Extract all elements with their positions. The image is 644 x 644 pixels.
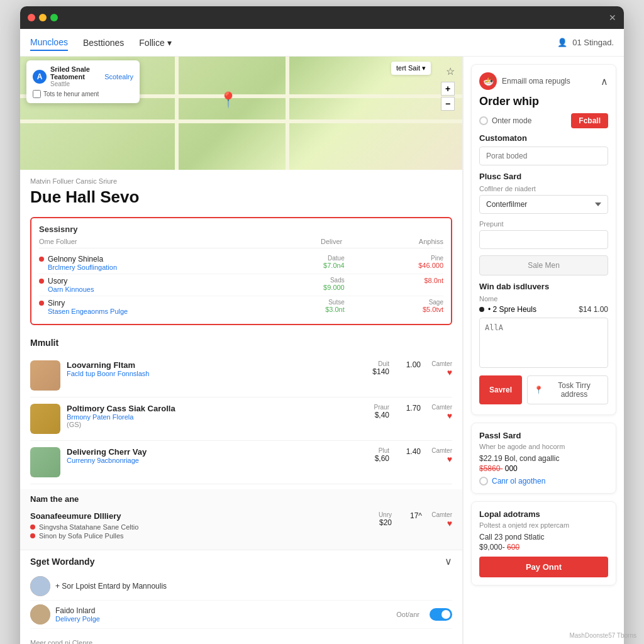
prepunt-input[interactable]: [479, 230, 608, 249]
order-mode-label: Onter mode: [492, 116, 531, 125]
order-radio: Onter mode: [479, 116, 531, 125]
menu-item-info: Delivering Cherr Vay Currenny 9acbnonria…: [67, 447, 352, 464]
radio-input[interactable]: [479, 477, 488, 486]
sget-header: Sget Wordandy ∨: [30, 555, 452, 567]
delivery-service-info: Soanafeeumure Dllliery Singvsha Statahan…: [30, 511, 360, 541]
prepunt-label: Prepunt: [479, 220, 608, 228]
plusc-sard-label: Plusc Sard: [479, 172, 608, 181]
cart-label: Camter: [427, 447, 452, 454]
close-dot[interactable]: [28, 14, 35, 21]
heart-icon[interactable]: ♥: [427, 518, 452, 528]
sessions-col-deliver: Deliver: [242, 238, 343, 245]
delivery-item: Singvsha Statahane Sane Celtio: [30, 523, 360, 531]
menu-item: Poltimory Cass Siak Carolla Brmony Paten…: [30, 397, 452, 441]
radio-input[interactable]: [479, 116, 488, 125]
map-popup-checkbox: Tots te henur ament: [33, 90, 133, 98]
menu-item-price: Plut $,60: [358, 447, 389, 463]
menu-item-cart[interactable]: Camter ♥: [427, 360, 452, 377]
delivery-dot: [30, 525, 35, 530]
menu-item-sub[interactable]: Currenny 9acbnonriage: [67, 457, 352, 464]
pay-button[interactable]: Pay Onnt: [479, 557, 608, 577]
session-dot: [39, 257, 44, 262]
heart-icon[interactable]: ♥: [427, 454, 452, 464]
order-header-left: 🍜 Enmaill oma repugls: [479, 72, 570, 90]
maximize-dot[interactable]: [50, 14, 58, 21]
session-deliver-val: $7.0n4: [246, 262, 345, 269]
map-area[interactable]: 📍 + − ☆ A Sriled Snale Teatoment Sea: [20, 57, 462, 170]
map-bookmark-icon[interactable]: ☆: [446, 65, 455, 77]
sget-avatar: [30, 604, 50, 625]
nav-besttiones[interactable]: Besttiones: [83, 35, 124, 50]
delivery-price-val: $20: [360, 518, 392, 527]
map-zoom-out[interactable]: −: [441, 97, 455, 111]
sessions-col-name: Ome Folluer: [39, 238, 242, 245]
map-checkbox-input[interactable]: [33, 90, 41, 98]
past-sard-disc: $5860- 000: [479, 464, 608, 473]
map-zoom-in[interactable]: +: [441, 82, 455, 96]
sget-chevron-icon[interactable]: ∨: [445, 555, 452, 567]
past-sard-section: Passl Sard Wher be agode and hocorm $22.…: [471, 423, 616, 494]
heart-icon[interactable]: ♥: [427, 367, 452, 377]
menu-item-price: Duit $140: [358, 360, 389, 376]
main-content: 📍 + − ☆ A Sriled Snale Teatoment Sea: [20, 57, 624, 644]
sget-col: Oot/anr: [396, 611, 419, 618]
session-sub[interactable]: Brclmery Souflingation: [48, 264, 246, 271]
session-info: Gelnony Shinela Brclmery Souflingation: [48, 255, 246, 271]
order-section: 🍜 Enmaill oma repugls ∧ Order whip Onter…: [471, 64, 616, 415]
order-mode-row: Onter mode Fcball: [479, 113, 608, 128]
session-sub[interactable]: Oarn Kinnoues: [48, 286, 246, 293]
sessions-col-anphiss: Anphiss: [342, 238, 443, 245]
nav-muncloes[interactable]: Muncloes: [30, 35, 68, 51]
order-collapse-icon[interactable]: ∧: [601, 75, 608, 87]
map-search-bar[interactable]: tert Sait ▾: [391, 62, 431, 75]
close-icon[interactable]: ✕: [609, 13, 616, 23]
sget-name: + Sor Lpoist Entard by Mannoulis: [55, 582, 452, 591]
right-panel: 🍜 Enmaill oma repugls ∧ Order whip Onter…: [463, 57, 624, 644]
save-button[interactable]: Savrel: [479, 375, 522, 404]
sessions-title: Sessisnry: [39, 225, 443, 234]
menu-item-image-1: [30, 360, 60, 391]
past-sard-radio[interactable]: Canr ol agothen: [479, 477, 608, 486]
nav-follice[interactable]: Follice ▾: [139, 35, 171, 50]
sale-men-button[interactable]: Sale Men: [479, 255, 608, 275]
cofftner-select[interactable]: Conterfilmer: [479, 195, 608, 214]
session-dot: [39, 301, 44, 306]
watermark: MashDoonste57 Tborns: [569, 632, 636, 639]
win-dab-item-name: • 2 Spre Heuls: [488, 305, 536, 314]
sessions-header: Ome Folluer Deliver Anphiss: [39, 238, 443, 248]
past-sard-price: $22.19 Bol, cond agallic: [479, 454, 608, 463]
disc-original: $5860-: [479, 464, 502, 473]
disc-val: 000: [505, 464, 518, 473]
heart-icon[interactable]: ♥: [427, 411, 452, 421]
sget-toggle[interactable]: [430, 608, 452, 621]
map-popup-header: A Sriled Snale Teatoment Seattle Scoteal…: [33, 65, 133, 87]
customation-input[interactable]: [479, 147, 608, 165]
order-notes-textarea[interactable]: [479, 318, 608, 368]
past-sard-desc: Wher be agode and hocorm: [479, 443, 608, 450]
menu-item-qty: 1.40: [396, 447, 421, 456]
session-row: Sinry Stasen Engeaonms Pulge Sutse $3.0n…: [39, 296, 443, 318]
menu-item-sub[interactable]: Facld tup Boonr Fonnslash: [67, 370, 352, 377]
menu-item-sub[interactable]: Brmony Paten Florela: [67, 413, 352, 421]
fcball-button[interactable]: Fcball: [571, 113, 608, 128]
session-sub[interactable]: Stasen Engeaonms Pulge: [48, 308, 246, 315]
sget-item: Faido Inlard Delivery Polge Oot/anr: [30, 601, 452, 629]
delivery-service-name: Soanafeeumure Dllliery: [30, 511, 360, 521]
map-popup-info: Sriled Snale Teatoment Seattle: [50, 65, 101, 87]
map-road: [286, 57, 289, 170]
price-label: Duit: [358, 360, 389, 367]
menu-item-cart[interactable]: Camter ♥: [427, 447, 452, 464]
cart-label: Camter: [427, 404, 452, 411]
cart-label: Camter: [427, 360, 452, 367]
session-price-val: $46.000: [345, 262, 443, 269]
test-address-button[interactable]: 📍 Tosk Tirry address: [527, 375, 608, 404]
delivery-cart[interactable]: Camter ♥: [427, 511, 452, 528]
sget-item: + Sor Lpoist Entard by Mannoulis: [30, 572, 452, 601]
sget-sub[interactable]: Delivery Polge: [55, 615, 391, 623]
menu-item-cart[interactable]: Camter ♥: [427, 404, 452, 421]
cofftner-label: Cofllner de niadert: [479, 185, 608, 192]
menu-item-info: Poltimory Cass Siak Carolla Brmony Paten…: [67, 404, 352, 428]
price-label: Plut: [358, 447, 389, 454]
minimize-dot[interactable]: [39, 14, 47, 21]
lopal-title: Lopal adotrams: [479, 509, 608, 519]
